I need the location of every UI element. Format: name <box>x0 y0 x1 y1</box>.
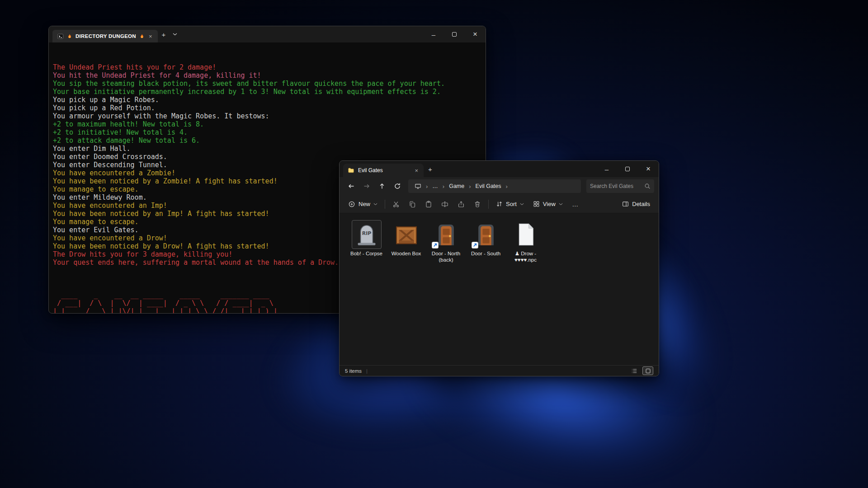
search-input[interactable] <box>590 183 642 189</box>
view-toggles <box>629 366 653 375</box>
log-line: You sip the steaming black potion, its s… <box>53 80 483 88</box>
breadcrumb-item-game[interactable]: Game <box>446 182 467 190</box>
delete-button[interactable] <box>470 197 485 211</box>
file-icon <box>511 220 541 249</box>
flame-icon <box>67 33 72 39</box>
cut-button[interactable] <box>388 197 404 211</box>
tombstone-icon: RIP <box>352 220 382 249</box>
share-button[interactable] <box>453 197 469 211</box>
explorer-content-area[interactable]: RIPBob! - CorpseWooden BoxDoor - North (… <box>340 213 659 365</box>
explorer-command-bar: New Sort <box>340 195 659 213</box>
file-item[interactable]: RIPBob! - Corpse <box>347 219 386 258</box>
explorer-titlebar[interactable]: Evil Gates × + – × <box>340 161 659 177</box>
door-icon <box>471 220 501 249</box>
view-button[interactable]: View <box>529 197 567 211</box>
terminal-app-icon <box>57 33 64 40</box>
explorer-tab-close-icon[interactable]: × <box>414 167 419 174</box>
new-button-label: New <box>359 201 370 207</box>
file-grid: RIPBob! - CorpseWooden BoxDoor - North (… <box>347 219 651 264</box>
this-pc-icon[interactable] <box>412 182 424 190</box>
breadcrumb-chevron-icon: › <box>425 183 429 190</box>
folder-icon <box>348 167 354 174</box>
terminal-tab-dropdown-icon[interactable] <box>170 33 180 36</box>
flame-icon <box>139 33 145 39</box>
refresh-button[interactable] <box>390 179 405 193</box>
new-button[interactable]: New <box>344 197 382 211</box>
terminal-new-tab-button[interactable]: + <box>158 31 170 38</box>
file-item[interactable]: Door - North (back) <box>426 219 466 264</box>
rename-button[interactable] <box>437 197 453 211</box>
search-icon <box>644 183 651 189</box>
explorer-tab-title: Evil Gates <box>358 167 383 174</box>
explorer-status-bar: 5 items | <box>340 365 659 376</box>
details-button-label: Details <box>632 201 650 207</box>
terminal-window-controls: – × <box>423 26 486 42</box>
shortcut-arrow-icon <box>472 242 478 249</box>
file-name: Door - South <box>471 250 500 257</box>
terminal-tab-title: DIRECTORY DUNGEON <box>75 33 136 39</box>
log-line: The Undead Priest hits you for 2 damage! <box>53 63 483 71</box>
copy-button[interactable] <box>405 197 420 211</box>
sort-button-label: Sort <box>506 201 517 207</box>
breadcrumb-chevron-icon: › <box>468 183 472 190</box>
file-item[interactable]: ♟ Drow - ♥♥♥♥.npc <box>506 219 545 264</box>
breadcrumb-chevron-icon: › <box>505 183 509 190</box>
log-line: +2 to initiative! New total is 4. <box>53 128 483 136</box>
explorer-window: Evil Gates × + – × › … › Gam <box>339 160 659 376</box>
breadcrumb[interactable]: › … › Game › Evil Gates › <box>408 179 581 193</box>
maximize-button[interactable] <box>444 26 465 42</box>
item-count: 5 items <box>345 368 362 374</box>
log-line: You armour yourself with the Magic Robes… <box>53 112 483 120</box>
explorer-new-tab-button[interactable]: + <box>424 165 437 173</box>
details-pane-icon <box>622 201 629 207</box>
minimize-button[interactable]: – <box>423 26 444 42</box>
file-item[interactable]: Wooden Box <box>387 219 426 258</box>
log-line: You enter Doomed Crossroads. <box>53 153 483 161</box>
view-button-label: View <box>543 201 556 207</box>
view-grid-icon <box>533 201 540 207</box>
sort-button[interactable]: Sort <box>492 197 528 211</box>
log-line: Your base initiative permanently increas… <box>53 88 483 96</box>
file-name: Bob! - Corpse <box>350 250 382 257</box>
explorer-tab[interactable]: Evil Gates × <box>343 164 424 177</box>
crate-icon <box>392 220 421 249</box>
details-button[interactable]: Details <box>618 197 654 211</box>
explorer-window-controls: – × <box>596 161 659 177</box>
paste-button[interactable] <box>421 197 436 211</box>
log-line: You pick up a Red Potion. <box>53 104 483 112</box>
details-view-toggle[interactable] <box>629 366 640 375</box>
minimize-button[interactable]: – <box>596 161 617 177</box>
log-line: You hit the Undead Priest for 4 damage, … <box>53 71 483 80</box>
terminal-tab-close-icon[interactable]: × <box>148 33 153 40</box>
forward-button[interactable] <box>359 179 374 193</box>
terminal-titlebar[interactable]: DIRECTORY DUNGEON × + – × <box>49 26 486 42</box>
file-name: ♟ Drow - ♥♥♥♥.npc <box>507 250 544 263</box>
new-plus-icon <box>348 201 355 208</box>
terminal-tab[interactable]: DIRECTORY DUNGEON × <box>52 30 158 42</box>
breadcrumb-ellipsis[interactable]: … <box>429 182 441 190</box>
up-button[interactable] <box>375 179 389 193</box>
breadcrumb-item-evil-gates[interactable]: Evil Gates <box>473 182 504 190</box>
shortcut-arrow-icon <box>432 242 439 249</box>
door-icon <box>431 220 461 249</box>
back-button[interactable] <box>344 179 359 193</box>
file-name: Wooden Box <box>392 250 421 257</box>
log-line: +2 to maximum health! New total is 8. <box>53 120 483 128</box>
file-item[interactable]: Door - South <box>466 219 505 258</box>
chevron-down-icon <box>373 203 377 206</box>
explorer-nav-bar: › … › Game › Evil Gates › <box>340 177 659 195</box>
large-icons-view-toggle[interactable] <box>642 366 653 375</box>
status-divider: | <box>366 368 368 374</box>
file-name: Door - North (back) <box>427 250 465 263</box>
log-line: +2 to attack damage! New total is 6. <box>53 136 483 145</box>
maximize-button[interactable] <box>617 161 638 177</box>
svg-text:RIP: RIP <box>362 230 371 236</box>
close-button[interactable]: × <box>465 26 486 42</box>
search-box[interactable] <box>586 179 654 193</box>
toolbar-divider <box>488 200 489 209</box>
sort-icon <box>496 201 503 207</box>
close-button[interactable]: × <box>638 161 659 177</box>
more-options-button[interactable]: … <box>568 197 583 211</box>
log-line: You pick up a Magic Robes. <box>53 96 483 104</box>
chevron-down-icon <box>520 203 524 206</box>
